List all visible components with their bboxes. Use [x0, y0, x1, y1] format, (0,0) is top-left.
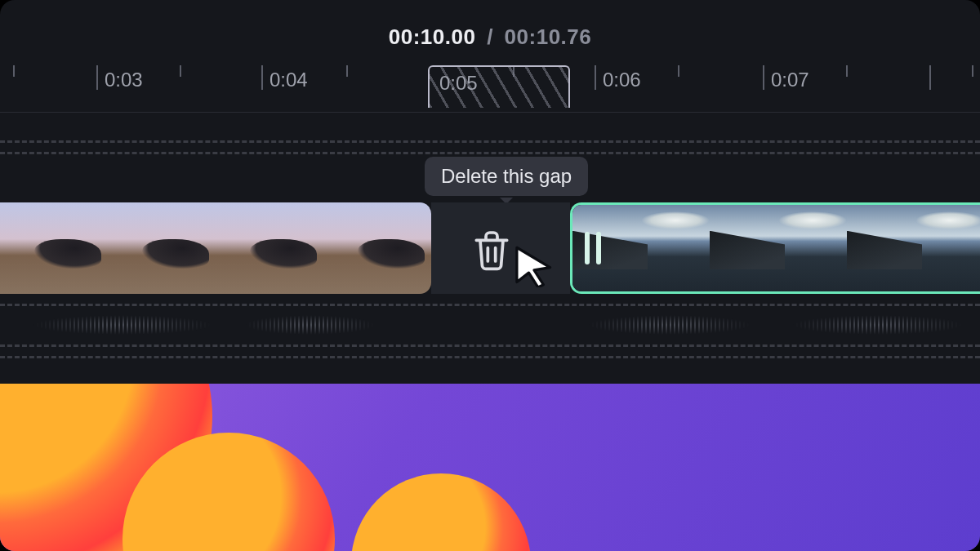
selection-label: 0:05 — [439, 72, 478, 95]
pause-icon — [585, 232, 590, 264]
pause-icon — [596, 232, 601, 264]
trash-icon — [469, 227, 514, 273]
clip-thumbnails — [0, 202, 431, 294]
ruler-baseline — [0, 112, 980, 113]
ruler-tick — [678, 65, 679, 77]
ruler-tick — [595, 65, 596, 90]
ruler-label: 0:06 — [603, 69, 641, 91]
clip-drag-handle[interactable] — [580, 219, 606, 278]
tooltip-text: Delete this gap — [441, 165, 572, 187]
ruler-label: 0:07 — [771, 69, 809, 91]
delete-gap-button[interactable] — [469, 227, 514, 273]
gap-tooltip: Delete this gap — [425, 157, 588, 196]
clip-frame — [108, 202, 216, 294]
decorative-blob — [351, 473, 531, 551]
track-guide — [0, 344, 980, 347]
timecode-separator: / — [487, 24, 493, 49]
audio-waveform — [245, 315, 376, 335]
ruler-tick — [972, 65, 973, 77]
video-clip-right[interactable] — [570, 202, 980, 294]
ruler-tick — [96, 65, 98, 90]
timecode-display: 00:10.00 / 00:10.76 — [0, 24, 980, 50]
footer-graphic — [0, 384, 980, 551]
video-clip-left[interactable] — [0, 202, 431, 294]
ruler-label: 0:03 — [105, 69, 143, 91]
ruler-tick — [261, 65, 263, 90]
track-guide — [0, 304, 980, 306]
timecode-current: 00:10.00 — [389, 24, 476, 49]
ruler-tick — [846, 65, 848, 77]
video-editor-timeline: 00:10.00 / 00:10.76 0:03 0:04 0:06 0:07 … — [0, 0, 980, 551]
ruler-tick — [180, 65, 181, 77]
ruler-tick — [13, 65, 15, 77]
track-guide — [0, 356, 980, 358]
track-guide — [0, 152, 980, 154]
timecode-total: 00:10.76 — [505, 24, 592, 49]
clip-frame — [710, 205, 847, 291]
clip-frame — [847, 205, 980, 291]
ruler-tick — [929, 65, 931, 90]
track-guide — [0, 140, 980, 143]
ruler-selection[interactable]: 0:05 — [428, 65, 570, 108]
ruler-tick — [346, 65, 348, 77]
ruler-label: 0:04 — [270, 69, 308, 91]
clip-frame — [323, 202, 431, 294]
audio-waveform — [33, 315, 212, 335]
clip-frame — [0, 202, 108, 294]
clip-thumbnails — [572, 205, 980, 291]
audio-track[interactable] — [0, 309, 980, 341]
audio-waveform — [588, 315, 751, 335]
clip-frame — [216, 202, 323, 294]
audio-waveform — [792, 315, 964, 335]
ruler-tick — [763, 65, 764, 90]
